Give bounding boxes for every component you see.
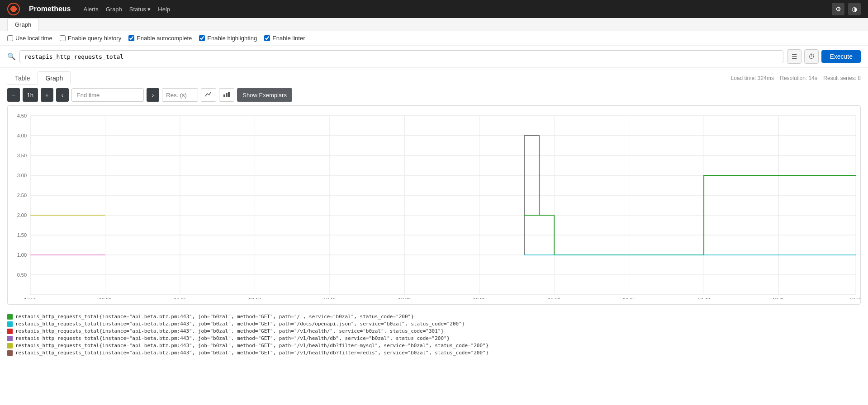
query-history-btn[interactable]: ☰ [787,49,802,64]
legend-label-4: restapis_http_requests_total{instance="a… [15,335,450,341]
search-icon: 🔍 [7,52,16,61]
svg-text:1.50: 1.50 [17,232,27,238]
search-actions: ☰ ⏱ Execute [787,49,861,64]
resolution: Resolution: 14s [780,75,817,81]
enable-highlighting-option[interactable]: Enable highlighting [199,35,257,42]
svg-text:18:10: 18:10 [249,297,261,299]
svg-text:18:30: 18:30 [548,297,560,299]
show-exemplars-button[interactable]: Show Exemplars [237,88,292,102]
svg-text:18:45: 18:45 [773,297,785,299]
svg-text:2.50: 2.50 [17,193,27,198]
nav-icons: ⚙ ◑ [832,3,861,15]
brand-name: Prometheus [29,5,71,13]
search-input[interactable] [19,50,783,63]
legend-color-5 [7,343,13,348]
legend-color-6 [7,350,13,356]
chart-line-button[interactable] [201,88,216,102]
prometheus-logo-icon [7,3,20,15]
svg-rect-3 [8,109,860,299]
chart-container: 4.50 4.00 3.50 3.00 2.50 2.00 1.50 1.00 … [7,105,861,305]
enable-linter-option[interactable]: Enable linter [264,35,305,42]
svg-text:2.00: 2.00 [17,212,27,218]
legend-item: restapis_http_requests_total{instance="a… [7,328,861,334]
legend-label-2: restapis_http_requests_total{instance="a… [15,321,465,327]
legend-item: restapis_http_requests_total{instance="a… [7,321,861,327]
legend-label-6: restapis_http_requests_total{instance="a… [15,350,489,356]
browser-tabs-bar: Graph [0,18,868,31]
options-bar: Use local time Enable query history Enab… [0,31,868,46]
query-format-btn[interactable]: ⏱ [804,49,819,64]
duration-label: 1h [23,88,38,102]
use-local-time-option[interactable]: Use local time [7,35,52,42]
theme-toggle-icon[interactable]: ◑ [848,3,861,15]
legend-item: restapis_http_requests_total{instance="a… [7,343,861,348]
view-tabs: Table Graph [7,71,71,85]
legend-item: restapis_http_requests_total{instance="a… [7,314,861,320]
execute-button[interactable]: Execute [821,50,861,63]
time-prev-button[interactable]: ‹ [56,88,69,102]
svg-text:18:40: 18:40 [697,297,710,299]
svg-text:4.50: 4.50 [17,113,27,118]
tab-table[interactable]: Table [7,71,38,85]
enable-query-history-checkbox[interactable] [60,35,66,41]
tab-graph[interactable]: Graph [38,71,71,85]
svg-text:18:20: 18:20 [398,297,411,299]
search-bar: 🔍 ☰ ⏱ Execute [0,46,868,68]
svg-text:18:35: 18:35 [623,297,636,299]
svg-rect-2 [228,92,230,97]
chart-svg: 4.50 4.00 3.50 3.00 2.50 2.00 1.50 1.00 … [8,109,860,299]
load-time: Load time: 324ms [731,75,774,81]
nav-help[interactable]: Help [158,6,170,13]
chart-stack-button[interactable] [219,88,234,102]
svg-text:17:55: 17:55 [24,297,37,299]
enable-linter-checkbox[interactable] [264,35,270,41]
enable-query-history-option[interactable]: Enable query history [60,35,122,42]
use-local-time-checkbox[interactable] [7,35,13,41]
svg-text:18:25: 18:25 [473,297,486,299]
controls-bar: − 1h + ‹ › Show Exemplars [7,88,861,102]
svg-text:18:50: 18:50 [849,297,860,299]
meta-info: Load time: 324ms Resolution: 14s Result … [731,75,861,81]
nav-alerts[interactable]: Alerts [83,6,98,13]
enable-autocomplete-checkbox[interactable] [128,35,134,41]
svg-text:18:00: 18:00 [99,297,112,299]
tab-row: Table Graph Load time: 324ms Resolution:… [7,71,861,85]
legend-item: restapis_http_requests_total{instance="a… [7,335,861,341]
enable-highlighting-checkbox[interactable] [199,35,205,41]
resolution-input[interactable] [162,88,198,102]
enable-query-history-label: Enable query history [68,35,122,42]
browser-tab-graph[interactable]: Graph [7,18,39,31]
svg-text:3.50: 3.50 [17,153,27,158]
svg-text:4.00: 4.00 [17,133,27,138]
enable-autocomplete-option[interactable]: Enable autocomplete [128,35,192,42]
svg-rect-1 [226,93,228,97]
svg-rect-0 [223,94,225,97]
legend-label-1: restapis_http_requests_total{instance="a… [15,314,414,320]
svg-text:1.00: 1.00 [17,252,27,258]
svg-text:0.50: 0.50 [17,272,27,278]
nav-graph[interactable]: Graph [106,6,122,13]
end-time-input[interactable] [71,88,144,102]
svg-text:18:15: 18:15 [323,297,336,299]
legend-color-4 [7,336,13,341]
time-next-button[interactable]: › [147,88,159,102]
enable-highlighting-label: Enable highlighting [207,35,257,42]
legend-color-1 [7,314,13,320]
result-series: Result series: 8 [823,75,861,81]
duration-plus-button[interactable]: + [41,88,53,102]
legend-item: restapis_http_requests_total{instance="a… [7,350,861,356]
svg-text:3.00: 3.00 [17,173,27,178]
main-content: Table Graph Load time: 324ms Resolution:… [0,68,868,364]
chart-svg-wrap: 4.50 4.00 3.50 3.00 2.50 2.00 1.50 1.00 … [8,109,860,301]
legend-label-5: restapis_http_requests_total{instance="a… [15,343,489,348]
svg-text:18:05: 18:05 [174,297,186,299]
legend-label-3: restapis_http_requests_total{instance="a… [15,328,444,334]
legend-color-2 [7,321,13,327]
topnav: Prometheus Alerts Graph Status ▾ Help ⚙ … [0,0,868,18]
enable-linter-label: Enable linter [272,35,305,42]
use-local-time-label: Use local time [15,35,52,42]
nav-status[interactable]: Status ▾ [129,6,151,13]
settings-icon[interactable]: ⚙ [832,3,844,15]
duration-minus-button[interactable]: − [7,88,20,102]
enable-autocomplete-label: Enable autocomplete [137,35,192,42]
